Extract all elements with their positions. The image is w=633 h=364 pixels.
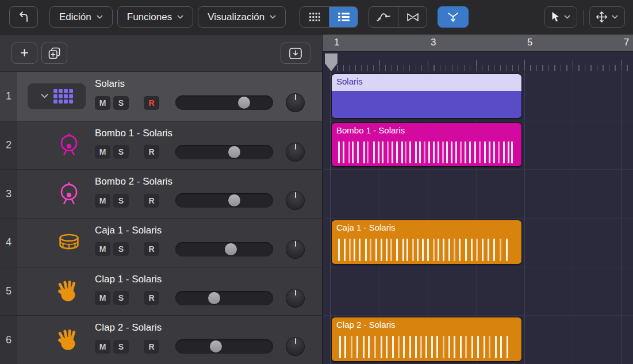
midi-note xyxy=(390,239,392,261)
solo-button[interactable]: S xyxy=(113,340,129,354)
record-enable-button[interactable]: R xyxy=(144,194,159,208)
record-enable-button[interactable]: R xyxy=(144,242,159,256)
ruler-ticks-zone[interactable] xyxy=(323,52,633,72)
volume-slider-thumb[interactable] xyxy=(238,97,250,109)
solo-button[interactable]: S xyxy=(113,291,129,305)
region[interactable]: Caja 1 - Solaris xyxy=(331,220,522,265)
midi-note xyxy=(438,141,439,164)
volume-slider[interactable] xyxy=(175,95,273,110)
midi-note xyxy=(506,239,508,261)
solo-button[interactable]: S xyxy=(113,194,129,208)
midi-note xyxy=(489,141,490,164)
solo-button[interactable]: S xyxy=(113,96,129,110)
track-number: 6 xyxy=(0,315,17,364)
rows-view-button[interactable] xyxy=(329,7,358,27)
midi-note xyxy=(405,141,406,164)
mute-button[interactable]: M xyxy=(95,340,110,354)
midi-note xyxy=(381,239,382,261)
automation-button[interactable] xyxy=(369,7,398,27)
mute-button[interactable]: M xyxy=(95,145,110,159)
track-row[interactable]: Bombo 1 - Solaris M S R xyxy=(17,121,322,170)
track-main: Clap 1 - Solaris M S R xyxy=(95,267,322,316)
track-name: Clap 1 - Solaris xyxy=(95,273,322,286)
volume-slider-thumb[interactable] xyxy=(208,292,220,304)
track-number: 1 xyxy=(0,72,17,121)
track-main: Solaris M S R xyxy=(95,72,322,121)
lane-separator xyxy=(323,315,633,316)
midi-note xyxy=(425,336,427,358)
track-row[interactable]: Caja 1 - Solaris M S R xyxy=(17,218,322,267)
lane-separator xyxy=(323,121,633,121)
midi-note xyxy=(448,239,450,261)
duplicate-track-button[interactable] xyxy=(41,43,67,64)
midi-note xyxy=(448,336,450,358)
add-track-button[interactable]: + xyxy=(11,43,37,64)
mute-button[interactable]: M xyxy=(95,242,110,256)
record-enable-button[interactable]: R xyxy=(144,340,159,354)
midi-note xyxy=(460,336,462,358)
catch-playhead-button[interactable] xyxy=(438,6,469,28)
volume-slider-thumb[interactable] xyxy=(225,243,237,255)
transform-button[interactable] xyxy=(398,7,427,27)
track-row[interactable]: Bombo 2 - Solaris M S R xyxy=(17,169,322,218)
pan-knob[interactable] xyxy=(286,337,305,356)
track-row[interactable]: Clap 2 - Solaris M S R xyxy=(17,315,322,364)
track-controls: M S R xyxy=(95,191,322,210)
solo-button[interactable]: S xyxy=(113,242,129,256)
volume-slider[interactable] xyxy=(175,193,273,208)
volume-slider[interactable] xyxy=(175,242,273,256)
volume-slider[interactable] xyxy=(175,145,273,159)
midi-note xyxy=(508,141,509,164)
pan-knob[interactable] xyxy=(286,289,305,308)
track-row[interactable]: Solaris M S R xyxy=(17,72,322,121)
volume-slider-thumb[interactable] xyxy=(210,340,222,352)
pan-knob[interactable] xyxy=(286,143,305,162)
record-enable-button[interactable]: R xyxy=(144,145,159,159)
volume-slider[interactable] xyxy=(175,291,273,305)
mute-button[interactable]: M xyxy=(95,291,110,305)
track-row[interactable]: Clap 1 - Solaris M S R xyxy=(17,267,322,316)
arrange-area[interactable]: 1357 Solaris Bombo 1 - Solaris Caja 1 - … xyxy=(322,35,633,364)
midi-note xyxy=(352,141,354,164)
mute-button[interactable]: M xyxy=(95,96,110,110)
menu-label: Edición xyxy=(59,12,91,23)
back-button[interactable] xyxy=(9,6,38,28)
region[interactable]: Bombo 1 - Solaris xyxy=(331,122,522,167)
volume-slider-thumb[interactable] xyxy=(228,146,240,158)
menu-funciones[interactable]: Funciones xyxy=(117,6,193,28)
lanes[interactable]: Solaris Bombo 1 - Solaris Caja 1 - Solar… xyxy=(323,72,633,364)
midi-note xyxy=(471,239,473,261)
grid-view-button[interactable] xyxy=(300,7,329,27)
volume-slider-thumb[interactable] xyxy=(228,194,240,206)
track-collapse-button[interactable] xyxy=(28,83,86,109)
pan-knob-pointer xyxy=(295,192,296,198)
record-enable-button[interactable]: R xyxy=(144,291,159,305)
volume-slider[interactable] xyxy=(175,339,273,354)
region[interactable]: Clap 2 - Solaris xyxy=(331,317,522,362)
midi-note xyxy=(451,141,452,164)
menu-edicion[interactable]: Edición xyxy=(49,6,113,28)
solo-button[interactable]: S xyxy=(113,145,129,159)
grid-view-icon xyxy=(309,13,320,21)
ruler-bar[interactable]: 1357 xyxy=(323,35,633,52)
pan-knob[interactable] xyxy=(286,93,305,112)
crosshair-tool-button[interactable] xyxy=(589,6,625,28)
pan-knob[interactable] xyxy=(286,191,305,210)
midi-note xyxy=(348,141,350,164)
pointer-tool-button[interactable] xyxy=(544,6,577,28)
show-hide-tray-button[interactable] xyxy=(281,43,310,64)
tool-divider xyxy=(583,10,584,25)
mute-button[interactable]: M xyxy=(95,194,110,208)
pan-knob[interactable] xyxy=(286,240,305,259)
region[interactable]: Solaris xyxy=(331,74,522,118)
pointer-cursor-icon xyxy=(551,12,559,22)
record-enable-button[interactable]: R xyxy=(144,96,159,110)
clap-icon xyxy=(57,280,79,302)
menu-visualizacion[interactable]: Visualización xyxy=(198,6,286,28)
midi-note xyxy=(436,336,438,358)
midi-note xyxy=(454,239,455,261)
midi-note xyxy=(476,239,478,261)
midi-note xyxy=(446,141,448,164)
midi-note xyxy=(386,336,388,358)
midi-note xyxy=(500,336,502,358)
